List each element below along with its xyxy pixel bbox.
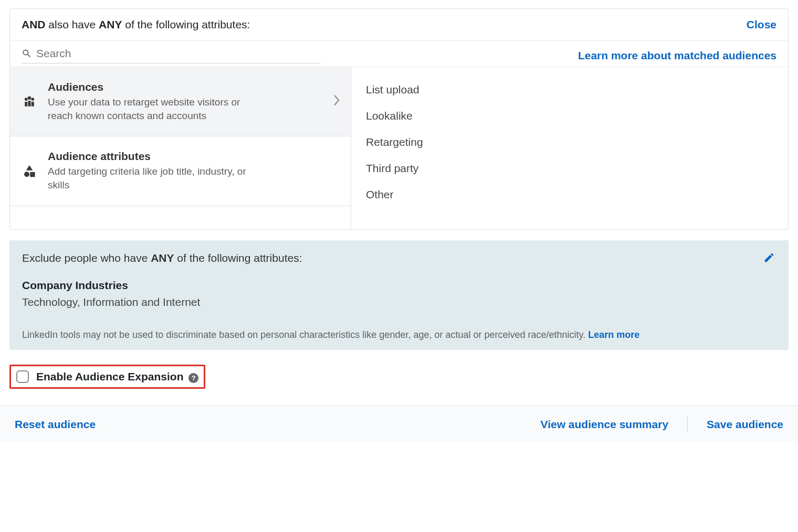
svg-rect-4 bbox=[28, 101, 31, 107]
divider bbox=[687, 417, 688, 432]
category-title: Audience attributes bbox=[48, 150, 340, 163]
category-list: Audiences Use your data to retarget webs… bbox=[10, 67, 351, 229]
category-audience-attributes[interactable]: Audience attributes Add targeting criter… bbox=[10, 136, 351, 206]
svg-point-2 bbox=[31, 98, 34, 101]
footer-bar: Reset audience View audience summary Sav… bbox=[0, 406, 798, 443]
audience-expansion-row: Enable Audience Expansion ? bbox=[0, 357, 798, 396]
svg-rect-7 bbox=[30, 172, 35, 177]
search-input[interactable] bbox=[36, 47, 321, 60]
search-row: Learn more about matched audiences bbox=[10, 41, 788, 67]
footer-right: View audience summary Save audience bbox=[541, 417, 783, 432]
chevron-right-icon bbox=[333, 94, 340, 110]
picker-body: Audiences Use your data to retarget webs… bbox=[10, 67, 788, 229]
expansion-label: Enable Audience Expansion ? bbox=[36, 370, 198, 383]
category-text: Audience attributes Add targeting criter… bbox=[48, 150, 340, 191]
exclude-panel: Exclude people who have ANY of the follo… bbox=[9, 240, 789, 350]
option-retargeting[interactable]: Retargeting bbox=[351, 129, 788, 155]
option-lookalike[interactable]: Lookalike bbox=[351, 103, 788, 129]
category-desc: Add targeting criteria like job title, i… bbox=[48, 165, 258, 191]
targeting-panel: AND also have ANY of the following attri… bbox=[9, 8, 789, 230]
svg-rect-3 bbox=[25, 102, 27, 107]
view-summary-button[interactable]: View audience summary bbox=[541, 418, 669, 431]
panel-header-text: AND also have ANY of the following attri… bbox=[22, 18, 250, 31]
option-third-party[interactable]: Third party bbox=[351, 155, 788, 182]
options-list: List upload Lookalike Retargeting Third … bbox=[351, 67, 788, 229]
category-text: Audiences Use your data to retarget webs… bbox=[48, 81, 323, 122]
disclaimer-learn-more[interactable]: Learn more bbox=[588, 329, 639, 340]
panel-header: AND also have ANY of the following attri… bbox=[10, 9, 788, 41]
exclude-group-title: Company Industries bbox=[22, 279, 776, 292]
pencil-icon bbox=[763, 252, 775, 263]
search-icon bbox=[22, 48, 32, 59]
close-button[interactable]: Close bbox=[747, 18, 776, 31]
exclude-prefix: Exclude people who have bbox=[22, 252, 151, 264]
exclude-group-value: Technology, Information and Internet bbox=[22, 296, 776, 308]
matched-audiences-link[interactable]: Learn more about matched audiences bbox=[578, 49, 776, 62]
help-icon[interactable]: ? bbox=[188, 373, 198, 383]
exclude-suffix: of the following attributes: bbox=[174, 252, 302, 264]
header-and: AND bbox=[22, 18, 46, 30]
expansion-highlight: Enable Audience Expansion ? bbox=[9, 365, 205, 389]
disclaimer: LinkedIn tools may not be used to discri… bbox=[22, 329, 776, 341]
option-list-upload[interactable]: List upload bbox=[351, 77, 788, 103]
disclaimer-text: LinkedIn tools may not be used to discri… bbox=[22, 329, 588, 340]
header-suffix: of the following attributes: bbox=[122, 18, 250, 30]
svg-point-0 bbox=[25, 98, 28, 101]
save-audience-button[interactable]: Save audience bbox=[707, 418, 783, 431]
shapes-icon bbox=[20, 163, 38, 179]
expansion-label-text: Enable Audience Expansion bbox=[36, 370, 183, 382]
reset-audience-button[interactable]: Reset audience bbox=[15, 418, 96, 431]
people-icon bbox=[20, 94, 38, 110]
category-audiences[interactable]: Audiences Use your data to retarget webs… bbox=[10, 67, 351, 136]
svg-point-6 bbox=[24, 172, 29, 177]
option-other[interactable]: Other bbox=[351, 182, 788, 208]
exclude-any: ANY bbox=[151, 252, 174, 264]
expansion-checkbox[interactable] bbox=[16, 370, 29, 383]
svg-point-1 bbox=[28, 96, 32, 100]
search-box[interactable] bbox=[22, 47, 321, 63]
svg-rect-5 bbox=[32, 102, 34, 107]
edit-button[interactable] bbox=[763, 252, 775, 265]
category-title: Audiences bbox=[48, 81, 323, 93]
exclude-header: Exclude people who have ANY of the follo… bbox=[22, 252, 776, 264]
category-desc: Use your data to retarget website visito… bbox=[48, 95, 258, 122]
header-any: ANY bbox=[99, 18, 122, 30]
header-mid: also have bbox=[46, 18, 99, 30]
